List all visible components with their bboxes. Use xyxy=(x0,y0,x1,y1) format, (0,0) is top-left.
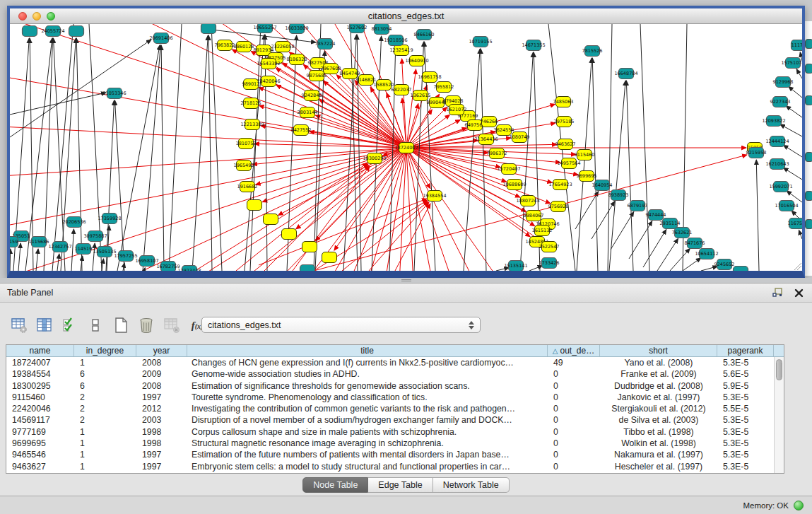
graph-node[interactable]: 2803144 xyxy=(298,107,318,118)
graph-node[interactable]: 18300295 xyxy=(363,153,386,164)
graph-node[interactable]: 7815526 xyxy=(582,46,603,57)
table-row[interactable]: 969969511998Structural magnetic resonanc… xyxy=(6,438,784,449)
graph-node[interactable]: 17016504 xyxy=(775,201,798,211)
row-height-icon[interactable] xyxy=(85,315,106,335)
table-mode-icon[interactable] xyxy=(8,315,30,335)
graph-node[interactable]: 1080749 xyxy=(510,132,530,143)
graph-node[interactable]: 1615132 xyxy=(532,226,553,236)
graph-node[interactable] xyxy=(23,26,37,37)
graph-node[interactable]: 8813054 xyxy=(372,24,392,35)
graph-node[interactable]: 12923448 xyxy=(177,266,201,271)
graph-node[interactable]: 16961758 xyxy=(418,72,441,83)
graph-node[interactable] xyxy=(69,26,84,37)
graph-node[interactable]: 8186328 xyxy=(287,54,307,65)
table-selector-dropdown[interactable]: citations_edges.txt xyxy=(201,317,481,333)
graph-node[interactable]: 19218506 xyxy=(384,35,407,46)
graph-node[interactable]: 1640954 xyxy=(592,180,613,191)
graph-node[interactable]: 8938923 xyxy=(608,190,629,201)
graph-node[interactable] xyxy=(201,24,216,34)
graph-node[interactable]: 17359928 xyxy=(98,214,121,224)
graph-node[interactable]: 30975887 xyxy=(83,231,107,242)
select-rows-check-icon[interactable] xyxy=(59,315,81,335)
create-column-icon[interactable] xyxy=(110,315,131,335)
graph-node[interactable]: 9875685 xyxy=(307,71,327,81)
graph-node[interactable]: 2522547 xyxy=(539,242,560,252)
graph-node[interactable]: 8860128 xyxy=(234,42,254,52)
graph-node[interactable] xyxy=(322,252,337,263)
graph-node[interactable]: 989012 xyxy=(242,79,260,90)
column-header-short[interactable]: short xyxy=(600,345,717,356)
graph-node[interactable]: 12093822 xyxy=(762,116,785,127)
graph-node[interactable]: 7955812 xyxy=(434,82,454,93)
graph-node[interactable]: 8427552 xyxy=(291,125,312,136)
graph-node[interactable]: 24055724 xyxy=(41,26,64,37)
graph-node[interactable]: 16033809 xyxy=(285,24,308,34)
graph-node[interactable]: 9227343 xyxy=(770,97,791,107)
table-row[interactable]: 1872400712008Changes of HCN gene express… xyxy=(6,357,784,368)
table-row[interactable]: 946554611997Estimation of the future num… xyxy=(6,449,784,460)
graph-node[interactable]: 114519 xyxy=(75,244,93,255)
graph-node[interactable]: 17957255 xyxy=(114,251,137,262)
graph-node[interactable]: 14671355 xyxy=(522,40,545,51)
graph-node[interactable]: 7963822 xyxy=(215,40,235,51)
graph-node[interactable]: 9474444 xyxy=(646,210,666,221)
graph-node[interactable]: 9115460 xyxy=(575,150,595,160)
graph-node[interactable]: 10655257 xyxy=(253,24,276,33)
table-row[interactable]: 911546021997Tourette syndrome. Phenomeno… xyxy=(6,392,784,403)
graph-node[interactable]: 8466160 xyxy=(414,30,435,40)
graph-node[interactable]: 21053346 xyxy=(102,88,126,99)
graph-node[interactable]: 15992071 xyxy=(769,182,792,192)
graph-node[interactable]: 15135141 xyxy=(504,261,527,271)
graph-node[interactable]: 1916682 xyxy=(237,182,258,192)
graph-node[interactable]: 20691406 xyxy=(149,33,172,44)
table-scrollbar[interactable] xyxy=(774,357,784,473)
graph-node[interactable]: 7485063 xyxy=(553,97,574,107)
graph-node[interactable]: 9463627 xyxy=(555,139,576,150)
graph-node[interactable]: 9242848 xyxy=(302,90,322,101)
table-row[interactable]: 1830029562008Estimation of significance … xyxy=(6,380,784,392)
table-row[interactable]: 1938455462009Genome-wide association stu… xyxy=(6,368,784,380)
graph-node[interactable] xyxy=(247,200,262,211)
graph-node[interactable]: 9756928 xyxy=(548,201,569,212)
table-row[interactable]: 977716911998Corpus callosum shape and si… xyxy=(6,426,784,438)
table-row[interactable]: 2242004622012Investigating the contribut… xyxy=(6,403,784,414)
column-header-pagerank[interactable]: pagerank xyxy=(717,345,774,356)
column-header-title[interactable]: title xyxy=(187,345,548,356)
graph-node[interactable]: 17654923 xyxy=(548,180,572,190)
graph-node[interactable]: 9129968 xyxy=(773,77,794,88)
close-panel-icon[interactable] xyxy=(792,287,805,298)
graph-node[interactable]: 9245652 xyxy=(714,259,735,270)
column-header-year[interactable]: year xyxy=(136,345,187,356)
graph-node[interactable]: 8215958 xyxy=(746,148,767,158)
graph-node[interactable]: 39159 xyxy=(10,237,18,247)
graph-node[interactable]: 1965492 xyxy=(234,160,254,171)
graph-node[interactable]: 16648784 xyxy=(614,69,637,79)
graph-node[interactable]: 1621072 xyxy=(447,105,467,115)
window-titlebar[interactable]: citations_edges.txt xyxy=(10,8,802,24)
graph-node[interactable]: 23226058 xyxy=(271,42,294,52)
graph-node[interactable]: 16210643 xyxy=(765,159,789,170)
float-panel-icon[interactable] xyxy=(771,287,784,298)
graph-node[interactable]: 12444124 xyxy=(765,136,789,147)
tab-node-table[interactable]: Node Table xyxy=(302,477,368,493)
graph-node[interactable]: 12325419 xyxy=(389,45,413,56)
graph-node[interactable] xyxy=(282,229,297,240)
scrollbar-thumb[interactable] xyxy=(776,359,782,380)
graph-node[interactable] xyxy=(300,265,315,271)
network-canvas[interactable]: 1872400718300295193845549777169649756874… xyxy=(10,24,802,271)
graph-node[interactable]: 9984067 xyxy=(524,211,544,221)
graph-node[interactable]: 13505135 xyxy=(93,247,116,257)
graph-node[interactable]: 6822037 xyxy=(392,85,412,95)
graph-node[interactable] xyxy=(264,214,278,225)
graph-node[interactable]: 8471676 xyxy=(685,238,705,249)
graph-node[interactable] xyxy=(302,242,317,252)
graph-node[interactable]: 2975185 xyxy=(554,117,575,127)
graph-node[interactable]: 116753 xyxy=(788,218,802,229)
graph-node[interactable]: 7857224 xyxy=(315,39,336,49)
graph-node[interactable]: 7632621 xyxy=(672,228,693,238)
graph-node[interactable]: 12342757 xyxy=(48,242,71,252)
panel-splitter[interactable] xyxy=(0,278,812,283)
graph-node[interactable]: 746266 xyxy=(481,117,498,127)
graph-node[interactable] xyxy=(734,267,748,271)
graph-node[interactable]: 7986372 xyxy=(487,148,507,159)
